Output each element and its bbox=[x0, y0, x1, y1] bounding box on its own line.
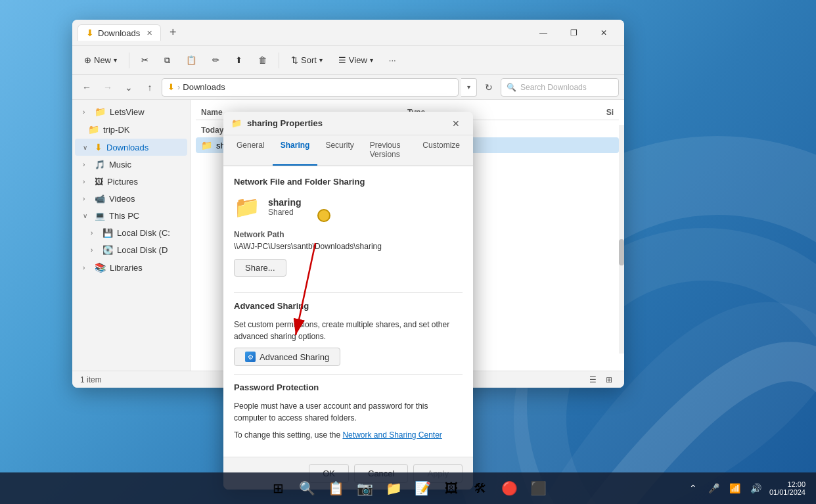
address-bar: ← → ⌄ ↑ ⬇ › Downloads ▾ ↻ 🔍 Search Downl… bbox=[72, 75, 624, 100]
paste-btn[interactable]: 📋 bbox=[179, 53, 203, 68]
folder-name: sharing bbox=[268, 197, 302, 208]
toolbar-sep2 bbox=[279, 53, 279, 68]
up-btn[interactable]: ↑ bbox=[141, 78, 159, 97]
advanced-sharing-btn[interactable]: ⚙ Advanced Sharing bbox=[234, 348, 340, 366]
share-btn-label: Share... bbox=[245, 263, 275, 273]
copy-icon: ⧉ bbox=[164, 55, 170, 66]
sidebar-label-localdiskc: Local Disk (C: bbox=[117, 228, 170, 238]
recent-btn[interactable]: ⌄ bbox=[120, 78, 138, 97]
sidebar-item-libraries[interactable]: › 📚 Libraries bbox=[75, 259, 187, 276]
advanced-desc: Set custom permissions, create multiple … bbox=[234, 319, 463, 342]
cut-btn[interactable]: ✂ bbox=[135, 53, 155, 68]
taskbar-search-btn[interactable]: 🔍 bbox=[295, 476, 319, 500]
folder-info: 📁 sharing Shared bbox=[234, 195, 463, 219]
folder-icon-downloads: ⬇ bbox=[95, 142, 102, 152]
chevron-down-icon: ∨ bbox=[83, 212, 91, 219]
back-btn[interactable]: ← bbox=[78, 78, 96, 97]
forward-btn[interactable]: → bbox=[99, 78, 117, 97]
tab-security[interactable]: Security bbox=[317, 135, 361, 166]
rename-icon: ✏ bbox=[212, 55, 219, 65]
scrollbar-track[interactable] bbox=[619, 125, 624, 354]
advanced-sharing-icon: ⚙ bbox=[245, 352, 256, 362]
folder-info-text: sharing Shared bbox=[268, 197, 302, 217]
search-icon: 🔍 bbox=[507, 83, 516, 92]
dialog-title: 📁 sharing Properties bbox=[231, 118, 323, 128]
taskbar-start-btn[interactable]: ⊞ bbox=[266, 476, 290, 500]
tab-label: Downloads bbox=[98, 28, 140, 38]
dialog-close-btn[interactable]: ✕ bbox=[447, 114, 465, 133]
more-btn[interactable]: ··· bbox=[382, 53, 403, 68]
list-view-btn[interactable]: ☰ bbox=[586, 373, 601, 387]
taskbar-explorer-btn[interactable]: 📁 bbox=[382, 476, 405, 500]
chevron-right-icon: › bbox=[83, 161, 91, 168]
sidebar-item-localdiskc[interactable]: › 💾 Local Disk (C: bbox=[75, 225, 187, 241]
sidebar-item-downloads[interactable]: ∨ ⬇ Downloads bbox=[75, 139, 187, 156]
taskbar-terminal-btn[interactable]: ⬛ bbox=[526, 476, 550, 500]
path-separator: › bbox=[177, 82, 180, 92]
taskbar-photos-btn[interactable]: 🖼 bbox=[440, 476, 463, 500]
network-sharing-center-link[interactable]: Network and Sharing Center bbox=[342, 430, 442, 440]
sidebar-item-localdiskd[interactable]: › 💽 Local Disk (D bbox=[75, 242, 187, 258]
sidebar-item-videos[interactable]: › 📹 Videos bbox=[75, 191, 187, 207]
sidebar-label-videos: Videos bbox=[109, 194, 135, 204]
sidebar-item-trip[interactable]: 📁 trip-DK bbox=[75, 121, 187, 138]
taskbar-clock[interactable]: 12:00 01/01/2024 bbox=[769, 480, 805, 496]
chevron-right-icon: › bbox=[91, 246, 99, 254]
tab-customize[interactable]: Customize bbox=[415, 135, 468, 166]
cut-icon: ✂ bbox=[141, 55, 148, 65]
tab-previous-versions[interactable]: Previous Versions bbox=[362, 135, 415, 166]
refresh-btn[interactable]: ↻ bbox=[480, 78, 498, 97]
password-desc2-text: To change this setting, use the bbox=[234, 430, 340, 440]
downloads-tab[interactable]: ⬇ Downloads ✕ bbox=[78, 24, 161, 41]
taskbar-tray-expand[interactable]: ⌃ bbox=[685, 480, 701, 496]
sidebar: › 📁 LetsView 📁 trip-DK ∨ ⬇ Downloads › 🎵… bbox=[72, 100, 191, 371]
address-path[interactable]: ⬇ › Downloads bbox=[162, 78, 459, 97]
sidebar-item-letsview[interactable]: › 📁 LetsView bbox=[75, 103, 187, 120]
password-desc2: To change this setting, use the Network … bbox=[234, 429, 463, 441]
add-tab-btn[interactable]: + bbox=[164, 24, 182, 42]
sidebar-item-pictures[interactable]: › 🖼 Pictures bbox=[75, 173, 187, 190]
taskbar-volume-icon[interactable]: 🔊 bbox=[748, 480, 764, 496]
rename-btn[interactable]: ✏ bbox=[206, 53, 226, 68]
sidebar-item-thispc[interactable]: ∨ 💻 This PC bbox=[75, 208, 187, 224]
close-btn[interactable]: ✕ bbox=[589, 22, 619, 43]
taskbar-taskview-btn[interactable]: 📋 bbox=[324, 476, 348, 500]
grid-view-btn[interactable]: ⊞ bbox=[602, 373, 616, 387]
chevron-right-icon: › bbox=[83, 264, 91, 271]
share-btn[interactable]: Share... bbox=[234, 259, 286, 277]
minimize-btn[interactable]: — bbox=[528, 22, 558, 43]
delete-btn[interactable]: 🗑 bbox=[252, 53, 273, 68]
share-toolbar-btn[interactable]: ⬆ bbox=[229, 53, 249, 68]
taskbar-notes-btn[interactable]: 📝 bbox=[411, 476, 434, 500]
delete-icon: 🗑 bbox=[258, 55, 267, 65]
tab-sharing[interactable]: Sharing bbox=[273, 135, 318, 166]
dialog-title-text: sharing Properties bbox=[247, 118, 323, 128]
tab-general[interactable]: General bbox=[229, 135, 273, 166]
taskbar-tools-btn[interactable]: 🛠 bbox=[468, 476, 492, 500]
taskbar-mic-icon[interactable]: 🎤 bbox=[706, 480, 722, 496]
big-folder-icon: 📁 bbox=[234, 195, 260, 219]
view-label: View bbox=[349, 55, 367, 65]
close-tab-btn[interactable]: ✕ bbox=[147, 29, 152, 37]
sidebar-label-music: Music bbox=[109, 160, 131, 170]
dialog-title-icon: 📁 bbox=[231, 118, 242, 128]
taskbar-wifi-icon[interactable]: 📶 bbox=[727, 480, 743, 496]
sort-btn[interactable]: ⇅ Sort ▾ bbox=[284, 53, 329, 68]
maximize-btn[interactable]: ❐ bbox=[558, 22, 589, 43]
share-toolbar-icon: ⬆ bbox=[235, 55, 242, 65]
search-box[interactable]: 🔍 Search Downloads bbox=[501, 78, 619, 97]
taskbar-badge-btn[interactable]: 🔴 bbox=[497, 476, 521, 500]
sidebar-label-libraries: Libraries bbox=[110, 263, 143, 273]
taskbar-teams-btn[interactable]: 📷 bbox=[353, 476, 376, 500]
sidebar-item-music[interactable]: › 🎵 Music bbox=[75, 156, 187, 173]
title-bar: ⬇ Downloads ✕ + — ❐ ✕ bbox=[72, 20, 624, 46]
col-size-header: Si bbox=[510, 108, 614, 117]
address-dropdown-btn[interactable]: ▾ bbox=[461, 78, 477, 97]
taskbar: ⊞ 🔍 📋 📷 📁 📝 🖼 🛠 🔴 ⬛ ⌃ 🎤 📶 🔊 12:00 01/01/… bbox=[0, 472, 816, 504]
scrollbar-thumb[interactable] bbox=[619, 239, 624, 265]
copy-btn[interactable]: ⧉ bbox=[158, 53, 177, 68]
chevron-down-icon: ∨ bbox=[83, 144, 91, 151]
sort-dropdown-icon: ▾ bbox=[319, 57, 323, 64]
view-btn[interactable]: ☰ View ▾ bbox=[332, 53, 380, 68]
new-btn[interactable]: ⊕ New ▾ bbox=[78, 53, 124, 68]
